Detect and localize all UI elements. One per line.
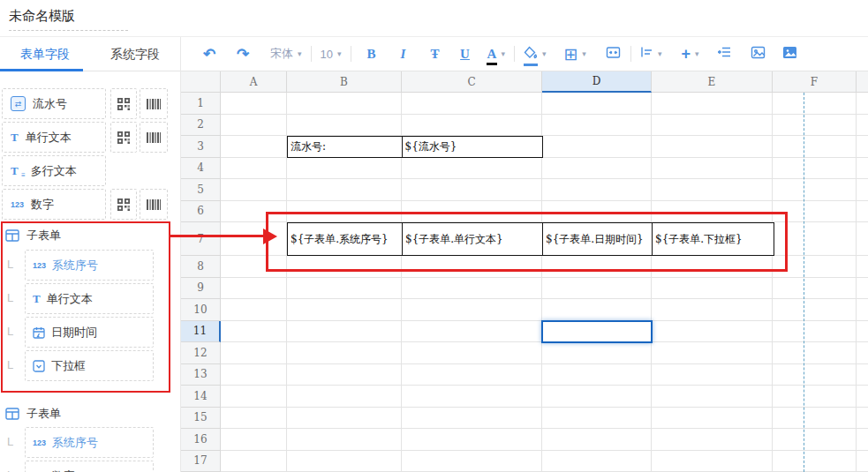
cell-E1[interactable] (652, 93, 773, 115)
image-fill-button[interactable] (781, 42, 797, 65)
row-header-10[interactable]: 10 (181, 299, 221, 321)
cell-F15[interactable] (773, 408, 857, 430)
row-header-4[interactable]: 4 (181, 158, 221, 180)
cell-B2[interactable] (287, 115, 402, 137)
row-header-9[interactable]: 9 (181, 278, 221, 300)
cell-E3[interactable] (652, 136, 773, 158)
subform-header[interactable]: 子表单 (5, 404, 61, 423)
row-header-17[interactable]: 17 (181, 451, 221, 472)
cell-D13[interactable] (542, 364, 652, 386)
bold-button[interactable]: B (364, 42, 380, 65)
cell-D4[interactable] (542, 158, 652, 180)
cell-C14[interactable] (402, 386, 542, 408)
cell-C3-content[interactable]: ${流水号} (403, 137, 542, 158)
cell-X3[interactable] (857, 136, 868, 158)
cell-X7[interactable] (857, 222, 868, 256)
barcode-button[interactable] (140, 88, 168, 119)
cell-D1[interactable] (542, 93, 652, 115)
strikethrough-button[interactable]: Ŧ (427, 42, 443, 65)
subform-field-system-serial[interactable]: 123 系统序号 (25, 427, 154, 458)
cell-D14[interactable] (542, 386, 652, 408)
cell-E10[interactable] (652, 299, 773, 321)
cell-A2[interactable] (221, 115, 287, 137)
align-button[interactable]: ▾ (640, 42, 662, 65)
cell-E13[interactable] (652, 364, 773, 386)
column-header-D[interactable]: D (542, 71, 652, 93)
tab-form-fields[interactable]: 表单字段 (0, 37, 90, 71)
column-header-partial[interactable] (857, 71, 868, 93)
cell-E16[interactable] (652, 429, 773, 451)
row-header-8[interactable]: 8 (181, 256, 221, 278)
cell-A9[interactable] (221, 278, 287, 300)
cell-D15[interactable] (542, 408, 652, 430)
cell-A16[interactable] (221, 429, 287, 451)
image-button[interactable] (750, 42, 766, 65)
cell-F1[interactable] (773, 93, 857, 115)
cell-E12[interactable] (652, 342, 773, 364)
cell-C5[interactable] (402, 179, 542, 201)
cell-C12[interactable] (402, 342, 542, 364)
column-header-C[interactable]: C (402, 71, 542, 93)
insert-button[interactable]: +▾ (681, 42, 698, 65)
cell-A14[interactable] (221, 386, 287, 408)
cell-C17[interactable] (402, 451, 542, 472)
cell-D10[interactable] (542, 299, 652, 321)
cell-X8[interactable] (857, 256, 868, 278)
column-header-B[interactable]: B (287, 71, 402, 93)
row-header-2[interactable]: 2 (181, 115, 221, 137)
cell-B9[interactable] (287, 278, 402, 300)
cell-X6[interactable] (857, 201, 868, 223)
row-header-1[interactable]: 1 (181, 93, 221, 115)
cell-B5[interactable] (287, 179, 402, 201)
field-multi-line-text[interactable]: T 多行文本 (2, 155, 106, 186)
doc-title[interactable]: 未命名模版 (9, 8, 128, 31)
cell-D12[interactable] (542, 342, 652, 364)
cell-X9[interactable] (857, 278, 868, 300)
cell-X2[interactable] (857, 115, 868, 137)
redo-button[interactable]: ↷ (235, 42, 251, 65)
cell-A3[interactable] (221, 136, 287, 158)
cell-E4[interactable] (652, 158, 773, 180)
cell-A12[interactable] (221, 342, 287, 364)
outdent-button[interactable] (716, 42, 732, 65)
italic-button[interactable]: I (396, 42, 411, 65)
underline-button[interactable]: U (457, 42, 473, 65)
cell-C4[interactable] (402, 158, 542, 180)
cell-B3-content[interactable]: 流水号: (288, 137, 403, 158)
cell-B12[interactable] (287, 342, 402, 364)
cell-F17[interactable] (773, 451, 857, 472)
cell-E15[interactable] (652, 408, 773, 430)
cell-X4[interactable] (857, 158, 868, 180)
cell-F5[interactable] (773, 179, 857, 201)
cell-X10[interactable] (857, 299, 868, 321)
cell-F12[interactable] (773, 342, 857, 364)
fill-color-button[interactable]: ▾ (524, 42, 547, 65)
row-header-3[interactable]: 3 (181, 136, 221, 158)
cell-A10[interactable] (221, 299, 287, 321)
cell-X14[interactable] (857, 386, 868, 408)
cell-E14[interactable] (652, 386, 773, 408)
cell-C10[interactable] (402, 299, 542, 321)
cell-B15[interactable] (287, 408, 402, 430)
cell-X17[interactable] (857, 451, 868, 472)
cell-X5[interactable] (857, 179, 868, 201)
merge-cells-button[interactable] (606, 42, 622, 65)
cell-D9[interactable] (542, 278, 652, 300)
qr-code-button[interactable] (110, 88, 137, 119)
cell-C16[interactable] (402, 429, 542, 451)
cell-F9[interactable] (773, 278, 857, 300)
barcode-button[interactable] (140, 189, 168, 220)
borders-button[interactable]: ⊞▾ (563, 42, 585, 65)
barcode-button[interactable] (140, 122, 168, 153)
cell-A11[interactable] (221, 321, 287, 343)
cell-D16[interactable] (542, 429, 652, 451)
column-header-E[interactable]: E (652, 71, 773, 93)
cell-X1[interactable] (857, 93, 868, 115)
row-header-13[interactable]: 13 (181, 364, 221, 386)
cell-E11[interactable] (652, 321, 773, 343)
cell-F2[interactable] (773, 115, 857, 137)
cell-X12[interactable] (857, 342, 868, 364)
selected-cell-D11[interactable] (541, 320, 653, 343)
cell-E5[interactable] (652, 179, 773, 201)
cell-F3[interactable] (773, 136, 857, 158)
